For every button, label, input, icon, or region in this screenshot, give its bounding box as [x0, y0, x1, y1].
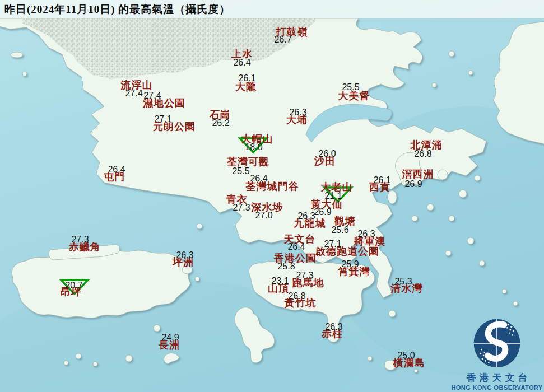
station-label: 大隴: [235, 82, 257, 92]
station-value: 27.1: [154, 115, 171, 124]
station-value: 27.3: [233, 203, 250, 212]
station-value: 26.3: [176, 251, 193, 260]
station-value: 25.3: [394, 277, 412, 286]
station-value: 26.8: [414, 150, 431, 158]
station-value: 26.3: [289, 108, 306, 117]
station-value: 25.6: [331, 226, 348, 235]
station-value: 27.3: [296, 271, 313, 280]
station-value: 26.4: [233, 58, 250, 67]
station-value: 27.3: [71, 235, 89, 244]
station-value: 26.9: [404, 180, 422, 189]
station-label: 滘西洲: [402, 169, 434, 179]
station-value: 26.9: [314, 208, 331, 217]
station-value: 26.4: [250, 174, 267, 183]
station-value: 27.4: [143, 91, 161, 100]
station-value: 25.5: [232, 167, 249, 176]
station-label: 荃灣可觀: [227, 157, 269, 167]
hko-emblem-icon: [471, 316, 523, 370]
station-value: 26.3: [325, 323, 342, 332]
logo-text-en: HONG KONG OBSERVATORY: [451, 384, 542, 391]
weather-map-screen: 昨日(2024年11月10日) 的最高氣溫（攝氏度） 打鼓嶺26.7上水26.4…: [0, 0, 544, 392]
station-value: 25.0: [397, 351, 415, 360]
station-value: 26.4: [108, 165, 125, 174]
station-label: 大美督: [338, 91, 370, 101]
station-value: 26.0: [318, 150, 336, 158]
station-value: 24.9: [161, 333, 179, 342]
station-value: 26.1: [238, 74, 255, 83]
station-value: 27.0: [255, 211, 272, 220]
station-value: 18.0: [245, 143, 262, 152]
station-value: 20.7: [65, 281, 82, 290]
station-value: 26.8: [288, 292, 305, 301]
station-value: 25.9: [341, 260, 359, 269]
station-value: 26.3: [297, 212, 315, 221]
station-value: 26.3: [357, 230, 375, 239]
station-value: 26.1: [373, 176, 390, 185]
station-value: 26.2: [212, 119, 229, 128]
station-value: 26.4: [287, 242, 305, 251]
station-value: 26.7: [274, 35, 291, 44]
station-value: 23.1: [271, 277, 289, 286]
station-value: 25.5: [342, 83, 359, 92]
station-value: 25.8: [277, 262, 295, 271]
logo-text-zh: 香港天文台: [463, 371, 531, 384]
hko-logo: 香港天文台 HONG KONG OBSERVATORY: [453, 316, 541, 391]
station-value: 27.1: [324, 240, 341, 249]
station-value: 27.4: [125, 89, 142, 98]
